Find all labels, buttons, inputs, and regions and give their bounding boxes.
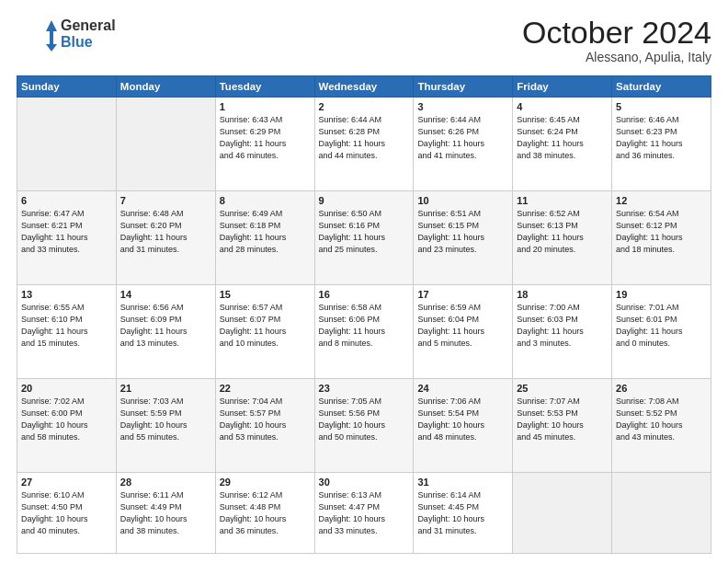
day-info: Sunrise: 7:00 AMSunset: 6:03 PMDaylight:… — [517, 302, 608, 350]
calendar-cell — [513, 472, 612, 553]
day-info: Sunrise: 7:01 AMSunset: 6:01 PMDaylight:… — [616, 302, 707, 350]
day-info: Sunrise: 6:10 AMSunset: 4:50 PMDaylight:… — [21, 489, 112, 537]
calendar-cell: 27Sunrise: 6:10 AMSunset: 4:50 PMDayligh… — [17, 472, 117, 553]
day-number: 12 — [616, 195, 707, 206]
day-info: Sunrise: 6:54 AMSunset: 6:12 PMDaylight:… — [616, 208, 707, 256]
calendar-week-5: 27Sunrise: 6:10 AMSunset: 4:50 PMDayligh… — [17, 472, 711, 553]
day-number: 29 — [220, 477, 311, 488]
day-info: Sunrise: 6:55 AMSunset: 6:10 PMDaylight:… — [21, 302, 112, 350]
calendar-cell: 15Sunrise: 6:57 AMSunset: 6:07 PMDayligh… — [215, 284, 314, 378]
day-number: 14 — [120, 289, 211, 300]
calendar-cell: 11Sunrise: 6:52 AMSunset: 6:13 PMDayligh… — [513, 190, 612, 284]
calendar-cell: 17Sunrise: 6:59 AMSunset: 6:04 PMDayligh… — [414, 284, 513, 378]
day-number: 25 — [517, 383, 608, 394]
month-title: October 2024 — [522, 17, 711, 48]
day-info: Sunrise: 7:03 AMSunset: 5:59 PMDaylight:… — [120, 396, 211, 443]
calendar-cell: 13Sunrise: 6:55 AMSunset: 6:10 PMDayligh… — [17, 284, 117, 378]
weekday-header-monday: Monday — [116, 76, 215, 98]
day-number: 1 — [220, 101, 311, 112]
logo-text: General Blue — [61, 17, 116, 52]
weekday-header-wednesday: Wednesday — [314, 76, 414, 98]
calendar-cell: 7Sunrise: 6:48 AMSunset: 6:20 PMDaylight… — [116, 190, 215, 284]
logo-container: General Blue — [17, 17, 116, 52]
day-info: Sunrise: 6:13 AMSunset: 4:47 PMDaylight:… — [319, 489, 410, 537]
day-number: 3 — [417, 101, 508, 112]
calendar-week-3: 13Sunrise: 6:55 AMSunset: 6:10 PMDayligh… — [17, 284, 711, 378]
calendar-cell: 12Sunrise: 6:54 AMSunset: 6:12 PMDayligh… — [612, 190, 711, 284]
day-info: Sunrise: 6:11 AMSunset: 4:49 PMDaylight:… — [120, 489, 211, 537]
calendar-table: SundayMondayTuesdayWednesdayThursdayFrid… — [17, 75, 711, 554]
day-info: Sunrise: 6:45 AMSunset: 6:24 PMDaylight:… — [517, 114, 608, 162]
day-number: 24 — [417, 383, 508, 394]
day-number: 26 — [616, 383, 707, 394]
day-number: 30 — [319, 477, 410, 488]
day-info: Sunrise: 7:07 AMSunset: 5:53 PMDaylight:… — [517, 396, 608, 443]
day-info: Sunrise: 6:51 AMSunset: 6:15 PMDaylight:… — [417, 208, 508, 256]
calendar-cell: 28Sunrise: 6:11 AMSunset: 4:49 PMDayligh… — [116, 472, 215, 553]
day-info: Sunrise: 6:46 AMSunset: 6:23 PMDaylight:… — [616, 114, 707, 162]
day-info: Sunrise: 6:57 AMSunset: 6:07 PMDaylight:… — [220, 302, 311, 350]
day-number: 10 — [417, 195, 508, 206]
logo-line1: General — [61, 17, 116, 34]
day-number: 13 — [21, 289, 112, 300]
day-info: Sunrise: 6:47 AMSunset: 6:21 PMDaylight:… — [21, 208, 112, 256]
day-info: Sunrise: 6:56 AMSunset: 6:09 PMDaylight:… — [120, 302, 211, 350]
calendar-cell: 18Sunrise: 7:00 AMSunset: 6:03 PMDayligh… — [513, 284, 612, 378]
day-info: Sunrise: 7:04 AMSunset: 5:57 PMDaylight:… — [220, 396, 311, 443]
calendar-cell: 30Sunrise: 6:13 AMSunset: 4:47 PMDayligh… — [314, 472, 414, 553]
calendar-cell: 14Sunrise: 6:56 AMSunset: 6:09 PMDayligh… — [116, 284, 215, 378]
weekday-header-tuesday: Tuesday — [215, 76, 314, 98]
day-number: 17 — [417, 289, 508, 300]
day-info: Sunrise: 6:50 AMSunset: 6:16 PMDaylight:… — [319, 208, 410, 256]
calendar-cell: 3Sunrise: 6:44 AMSunset: 6:26 PMDaylight… — [414, 98, 513, 191]
day-number: 5 — [616, 101, 707, 112]
day-info: Sunrise: 6:14 AMSunset: 4:45 PMDaylight:… — [417, 489, 508, 537]
day-number: 27 — [21, 477, 112, 488]
calendar-cell: 29Sunrise: 6:12 AMSunset: 4:48 PMDayligh… — [215, 472, 314, 553]
calendar-cell: 31Sunrise: 6:14 AMSunset: 4:45 PMDayligh… — [414, 472, 513, 553]
calendar-cell: 4Sunrise: 6:45 AMSunset: 6:24 PMDaylight… — [513, 98, 612, 191]
calendar-cell: 8Sunrise: 6:49 AMSunset: 6:18 PMDaylight… — [215, 190, 314, 284]
calendar-cell: 9Sunrise: 6:50 AMSunset: 6:16 PMDaylight… — [314, 190, 414, 284]
calendar-week-4: 20Sunrise: 7:02 AMSunset: 6:00 PMDayligh… — [17, 378, 711, 472]
day-info: Sunrise: 7:08 AMSunset: 5:52 PMDaylight:… — [616, 396, 707, 443]
day-info: Sunrise: 6:52 AMSunset: 6:13 PMDaylight:… — [517, 208, 608, 256]
calendar-header-row: SundayMondayTuesdayWednesdayThursdayFrid… — [17, 76, 711, 98]
calendar-cell: 5Sunrise: 6:46 AMSunset: 6:23 PMDaylight… — [612, 98, 711, 191]
weekday-header-friday: Friday — [513, 76, 612, 98]
calendar-cell: 20Sunrise: 7:02 AMSunset: 6:00 PMDayligh… — [17, 378, 117, 472]
location-subtitle: Alessano, Apulia, Italy — [522, 50, 711, 64]
day-info: Sunrise: 6:43 AMSunset: 6:29 PMDaylight:… — [220, 114, 311, 162]
day-number: 4 — [517, 101, 608, 112]
calendar-cell — [17, 98, 117, 191]
calendar-cell: 23Sunrise: 7:05 AMSunset: 5:56 PMDayligh… — [314, 378, 414, 472]
calendar-cell: 16Sunrise: 6:58 AMSunset: 6:06 PMDayligh… — [314, 284, 414, 378]
day-number: 22 — [220, 383, 311, 394]
day-number: 15 — [220, 289, 311, 300]
day-info: Sunrise: 6:12 AMSunset: 4:48 PMDaylight:… — [220, 489, 311, 537]
day-info: Sunrise: 6:59 AMSunset: 6:04 PMDaylight:… — [417, 302, 508, 350]
calendar-week-1: 1Sunrise: 6:43 AMSunset: 6:29 PMDaylight… — [17, 98, 711, 191]
calendar-cell: 26Sunrise: 7:08 AMSunset: 5:52 PMDayligh… — [612, 378, 711, 472]
day-number: 31 — [417, 477, 508, 488]
day-number: 8 — [220, 195, 311, 206]
day-number: 21 — [120, 383, 211, 394]
day-info: Sunrise: 6:44 AMSunset: 6:28 PMDaylight:… — [319, 114, 410, 162]
calendar-cell — [116, 98, 215, 191]
day-number: 11 — [517, 195, 608, 206]
title-block: October 2024 Alessano, Apulia, Italy — [522, 17, 711, 64]
weekday-header-sunday: Sunday — [17, 76, 117, 98]
logo-bird-icon — [17, 17, 57, 52]
header: General Blue October 2024 Alessano, Apul… — [17, 17, 711, 64]
day-info: Sunrise: 7:02 AMSunset: 6:00 PMDaylight:… — [21, 396, 112, 443]
calendar-cell — [612, 472, 711, 553]
day-number: 18 — [517, 289, 608, 300]
day-info: Sunrise: 6:48 AMSunset: 6:20 PMDaylight:… — [120, 208, 211, 256]
day-info: Sunrise: 7:06 AMSunset: 5:54 PMDaylight:… — [417, 396, 508, 443]
page: General Blue October 2024 Alessano, Apul… — [0, 0, 728, 563]
logo: General Blue — [17, 17, 116, 52]
day-info: Sunrise: 6:49 AMSunset: 6:18 PMDaylight:… — [220, 208, 311, 256]
calendar-cell: 19Sunrise: 7:01 AMSunset: 6:01 PMDayligh… — [612, 284, 711, 378]
day-info: Sunrise: 6:44 AMSunset: 6:26 PMDaylight:… — [417, 114, 508, 162]
day-number: 2 — [319, 101, 410, 112]
